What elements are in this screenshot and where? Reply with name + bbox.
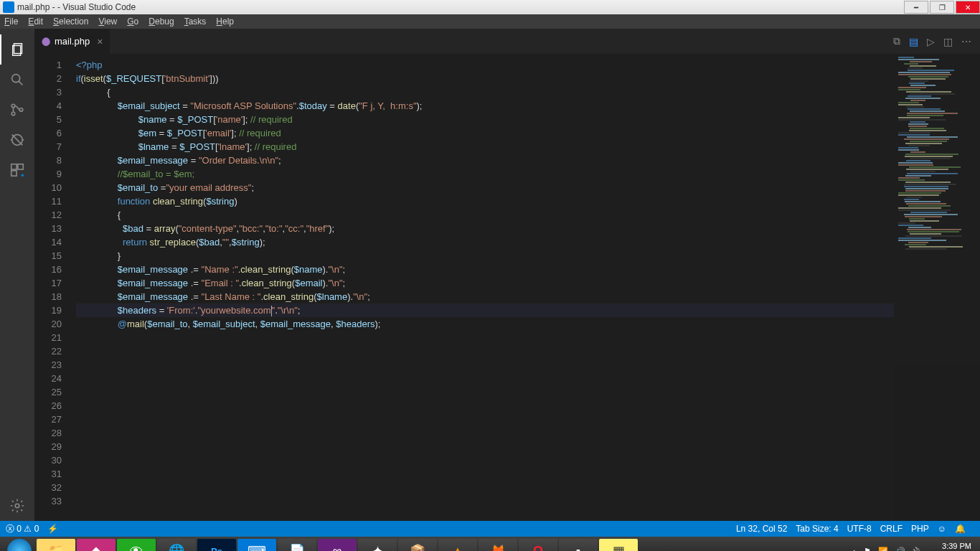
line-number: 16 — [34, 263, 62, 276]
line-number: 6 — [34, 126, 62, 140]
status-errors[interactable]: ⓧ 0 ⚠ 0 — [6, 523, 39, 535]
line-number: 32 — [34, 481, 62, 494]
taskbar-app-icon[interactable]: 📦 — [398, 539, 437, 551]
line-number: 2 — [34, 72, 62, 85]
line-number: 22 — [34, 344, 62, 358]
line-number: 10 — [34, 181, 62, 194]
line-number: 8 — [34, 154, 62, 167]
menu-tasks[interactable]: Tasks — [184, 17, 207, 27]
line-number: 1 — [34, 58, 62, 72]
menu-help[interactable]: Help — [216, 17, 234, 27]
line-number: 26 — [34, 399, 62, 413]
status-feedback-icon[interactable]: ☺ — [938, 524, 946, 534]
line-number: 7 — [34, 140, 62, 154]
extensions-icon[interactable] — [0, 155, 34, 185]
window-maximize-button[interactable]: ❐ — [930, 1, 954, 14]
code-content[interactable]: <?phpif(isset($_REQUEST['btnSubmit'])) {… — [70, 54, 894, 521]
settings-gear-icon[interactable] — [0, 491, 34, 521]
status-cursor-position[interactable]: Ln 32, Col 52 — [736, 524, 787, 534]
line-number: 15 — [34, 249, 62, 263]
taskbar-app-icon[interactable]: ✦ — [358, 539, 397, 551]
taskbar-vlc-icon[interactable]: ▲ — [438, 539, 477, 551]
line-number: 17 — [34, 276, 62, 290]
status-bar: ⓧ 0 ⚠ 0 ⚡ Ln 32, Col 52 Tab Size: 4 UTF-… — [0, 521, 980, 537]
error-icon: ⓧ — [6, 523, 14, 535]
taskbar-opera-icon[interactable]: O — [519, 539, 557, 551]
window-titlebar: mail.php - - Visual Studio Code ━ ❐ ✕ — [0, 0, 980, 14]
open-changes-icon[interactable]: ▤ — [909, 36, 918, 47]
line-number: 24 — [34, 372, 62, 385]
taskbar-app-icon[interactable]: ▪ — [559, 539, 598, 551]
menu-debug[interactable]: Debug — [149, 17, 174, 27]
system-tray[interactable]: ▴ ⚑ 📶 🔊 🔌 3:39 PM 06/04/2018 — [849, 542, 977, 551]
run-icon[interactable]: ▷ — [927, 36, 935, 47]
tab-actions: ⧉ ▤ ▷ ◫ ⋯ — [885, 29, 980, 54]
line-number: 5 — [34, 113, 62, 126]
svg-point-2 — [12, 75, 20, 83]
compare-changes-icon[interactable]: ⧉ — [893, 35, 900, 47]
status-tab-size[interactable]: Tab Size: 4 — [796, 524, 838, 534]
status-notifications-icon[interactable]: 🔔 — [955, 524, 966, 534]
tray-chevron-icon[interactable]: ▴ — [852, 547, 857, 552]
status-encoding[interactable]: UTF-8 — [847, 524, 872, 534]
line-number: 18 — [34, 290, 62, 303]
line-number: 29 — [34, 440, 62, 453]
line-number: 31 — [34, 467, 62, 481]
line-number: 30 — [34, 453, 62, 467]
windows-taskbar: 📁 ◆ 👁 🌐 Ps ⌨ 📄 ∞ ✦ 📦 ▲ 🦊 O ▪ ▦ ▴ ⚑ 📶 🔊 🔌… — [0, 537, 980, 551]
svg-point-5 — [11, 112, 15, 116]
menu-file[interactable]: File — [4, 17, 18, 27]
menu-go[interactable]: Go — [127, 17, 138, 27]
taskbar-app-icon[interactable]: 👁 — [117, 539, 156, 551]
activity-bar — [0, 29, 34, 521]
taskbar-app-icon[interactable]: ◆ — [77, 539, 116, 551]
line-number: 33 — [34, 494, 62, 508]
menu-view[interactable]: View — [98, 17, 117, 27]
tray-power-icon[interactable]: 🔌 — [913, 547, 923, 552]
taskbar-explorer-icon[interactable]: 📁 — [37, 539, 75, 551]
svg-line-3 — [19, 81, 22, 85]
tray-network-icon[interactable]: 📶 — [878, 547, 888, 552]
taskbar-stickynotes-icon[interactable]: ▦ — [599, 539, 638, 551]
code-editor[interactable]: 1234567891011121314151617181920212223242… — [34, 54, 980, 521]
source-control-icon[interactable] — [0, 95, 34, 125]
window-close-button[interactable]: ✕ — [956, 1, 980, 14]
warning-icon: ⚠ — [24, 524, 32, 534]
tray-flag-icon[interactable]: ⚑ — [864, 547, 871, 552]
window-title: mail.php - - Visual Studio Code — [17, 2, 136, 12]
line-number: 4 — [34, 99, 62, 113]
debug-icon[interactable] — [0, 125, 34, 155]
line-number: 28 — [34, 426, 62, 440]
more-actions-icon[interactable]: ⋯ — [961, 36, 971, 47]
minimap[interactable] — [894, 54, 980, 521]
search-icon[interactable] — [0, 65, 34, 95]
taskbar-firefox-icon[interactable]: 🦊 — [479, 539, 517, 551]
taskbar-photoshop-icon[interactable]: Ps — [197, 539, 236, 551]
window-minimize-button[interactable]: ━ — [904, 1, 928, 14]
taskbar-chrome-icon[interactable]: 🌐 — [157, 539, 196, 551]
line-number: 27 — [34, 413, 62, 426]
taskbar-clock[interactable]: 3:39 PM 06/04/2018 — [932, 542, 971, 551]
line-number: 21 — [34, 331, 62, 344]
taskbar-vscode-icon[interactable]: ⌨ — [237, 539, 276, 551]
explorer-icon[interactable] — [0, 34, 34, 65]
svg-point-6 — [19, 108, 23, 112]
split-editor-icon[interactable]: ◫ — [943, 36, 953, 47]
taskbar-visualstudio-icon[interactable]: ∞ — [318, 539, 357, 551]
status-eol[interactable]: CRLF — [880, 524, 903, 534]
menu-bar: FileEditSelectionViewGoDebugTasksHelp — [0, 14, 980, 29]
tab-mail-php[interactable]: ⬤ mail.php × — [34, 29, 110, 54]
menu-edit[interactable]: Edit — [28, 17, 43, 27]
svg-point-15 — [15, 504, 19, 508]
line-number: 12 — [34, 208, 62, 222]
line-number: 9 — [34, 167, 62, 181]
line-number-gutter: 1234567891011121314151617181920212223242… — [34, 54, 70, 521]
taskbar-notepad-icon[interactable]: 📄 — [278, 539, 316, 551]
menu-selection[interactable]: Selection — [53, 17, 88, 27]
start-button[interactable] — [7, 539, 32, 551]
status-sync-icon[interactable]: ⚡ — [47, 524, 58, 534]
status-language[interactable]: PHP — [911, 524, 929, 534]
tray-volume-icon[interactable]: 🔊 — [895, 547, 905, 552]
line-number: 11 — [34, 194, 62, 208]
close-tab-icon[interactable]: × — [97, 36, 103, 47]
